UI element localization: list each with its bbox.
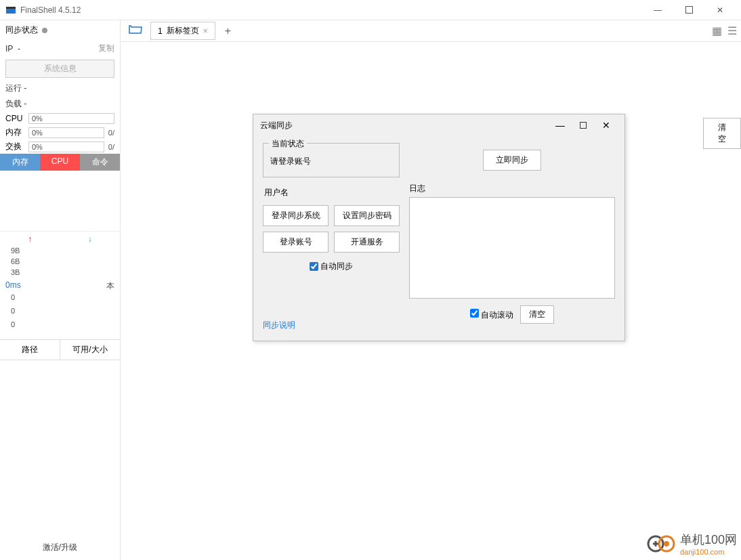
auto-sync-label[interactable]: 自动同步 (310, 261, 353, 271)
watermark-domain: danji100.com (680, 548, 737, 556)
open-folder-icon[interactable] (125, 24, 146, 38)
memory-extra: 0/ (108, 129, 114, 137)
graph-area (0, 171, 120, 232)
log-label: 日志 (409, 183, 615, 194)
list-view-icon[interactable]: ☰ (727, 24, 737, 37)
running-line: 运行 - (0, 81, 120, 96)
memory-label: 内存 (5, 127, 24, 138)
tab-1-close-icon[interactable]: × (203, 26, 208, 36)
arrow-up-icon: ↑ (28, 234, 32, 244)
auto-scroll-label[interactable]: 自动滚动 (470, 309, 513, 321)
swap-extra: 0/ (108, 143, 114, 151)
svg-rect-2 (685, 7, 692, 14)
watermark: 单机100网 danji100.com (646, 532, 737, 556)
svg-point-6 (664, 541, 669, 546)
app-icon (5, 5, 16, 16)
tab-command[interactable]: 命令 (80, 154, 120, 171)
dialog-titlebar[interactable]: 云端同步 — ✕ (253, 114, 624, 136)
swap-meter: 交换 0% 0/ (0, 139, 120, 154)
sync-status-row[interactable]: 同步状态 (0, 20, 120, 40)
dialog-title: 云端同步 (260, 120, 549, 131)
close-button[interactable]: ✕ (704, 0, 736, 20)
content-area: 1 新标签页 × + ▦ ☰ 清空 云端同步 — ✕ 当前状态 (121, 20, 741, 560)
metric-tabs: 内存 CPU 命令 (0, 154, 120, 171)
zero3: 0 (0, 320, 120, 334)
login-prompt-text: 请登录账号 (270, 156, 311, 166)
watermark-logo-icon (646, 534, 676, 554)
zero2: 0 (0, 307, 120, 320)
sidebar: 同步状态 IP - 复制 系统信息 运行 - 负载 - CPU 0% 内存 0%… (0, 20, 121, 560)
cpu-bar: 0% (28, 113, 114, 124)
clear-button[interactable]: 清空 (703, 118, 741, 149)
grid-view-icon[interactable]: ▦ (712, 24, 722, 37)
maximize-button[interactable] (673, 0, 704, 20)
cloud-sync-dialog: 云端同步 — ✕ 当前状态 请登录账号 用户名 登录同步系统 设置同步密码 登录… (253, 114, 625, 341)
tab-1[interactable]: 1 新标签页 × (150, 22, 215, 40)
log-clear-button[interactable]: 清空 (520, 305, 554, 324)
sync-help-link[interactable]: 同步说明 (263, 320, 295, 331)
cpu-meter: CPU 0% (0, 112, 120, 125)
latency-row: 0ms 本 (0, 279, 120, 293)
net-arrows: ↑ ↓ (0, 232, 120, 246)
load-line: 负载 - (0, 96, 120, 112)
auto-scroll-checkbox[interactable] (470, 309, 479, 318)
scale-6b: 6B (0, 257, 120, 268)
dialog-close-button[interactable]: ✕ (595, 120, 618, 131)
tab-memory[interactable]: 内存 (0, 154, 40, 171)
tab-1-num: 1 (158, 26, 163, 36)
titlebar: FinalShell 4.5.12 — ✕ (0, 0, 741, 20)
cpu-label: CPU (5, 114, 24, 123)
log-textarea[interactable] (409, 197, 615, 299)
ip-label: IP (5, 44, 13, 53)
tab-add-button[interactable]: + (219, 25, 236, 37)
col-path[interactable]: 路径 (0, 340, 60, 360)
swap-bar: 0% (28, 142, 104, 152)
tabbar: 1 新标签页 × + ▦ ☰ (121, 20, 741, 42)
disk-table-header: 路径 可用/大小 (0, 339, 120, 360)
auto-sync-checkbox[interactable] (310, 262, 318, 271)
swap-label: 交换 (5, 141, 24, 152)
set-sync-password-button[interactable]: 设置同步密码 (334, 205, 400, 226)
memory-meter: 内存 0% 0/ (0, 125, 120, 139)
username-label: 用户名 (264, 187, 400, 198)
arrow-down-icon: ↓ (88, 234, 92, 244)
dialog-maximize-button[interactable] (572, 120, 595, 131)
window-title: FinalShell 4.5.12 (20, 5, 642, 15)
memory-bar: 0% (28, 127, 104, 138)
zero1: 0 (0, 293, 120, 307)
login-account-button[interactable]: 登录账号 (263, 232, 329, 253)
scale-9b: 9B (0, 246, 120, 257)
ip-value: - (18, 44, 20, 53)
activate-upgrade-button[interactable]: 激活/升级 (0, 535, 120, 560)
minimize-button[interactable]: — (642, 0, 673, 20)
latency-value: 0ms (5, 280, 21, 292)
current-status-legend: 当前状态 (269, 138, 307, 150)
tab-1-label: 新标签页 (167, 25, 199, 37)
scale-3b: 3B (0, 268, 120, 279)
watermark-name: 单机100网 (680, 532, 737, 548)
open-service-button[interactable]: 开通服务 (334, 232, 400, 253)
col-avail-size[interactable]: 可用/大小 (60, 340, 120, 360)
current-status-fieldset: 当前状态 请登录账号 (263, 143, 400, 177)
sync-status-dot-icon (42, 28, 47, 33)
tab-cpu[interactable]: CPU (40, 154, 80, 171)
svg-rect-1 (6, 7, 16, 9)
copy-ip-button[interactable]: 复制 (98, 43, 114, 54)
disk-table-body (0, 360, 120, 535)
sync-now-button[interactable]: 立即同步 (483, 150, 541, 171)
local-label: 本 (106, 280, 114, 292)
dialog-minimize-button[interactable]: — (549, 120, 572, 131)
ip-row: IP - 复制 (0, 40, 120, 57)
svg-rect-3 (580, 123, 587, 129)
login-sync-system-button[interactable]: 登录同步系统 (263, 205, 329, 226)
system-info-button[interactable]: 系统信息 (5, 60, 114, 78)
sync-status-label: 同步状态 (5, 24, 38, 36)
